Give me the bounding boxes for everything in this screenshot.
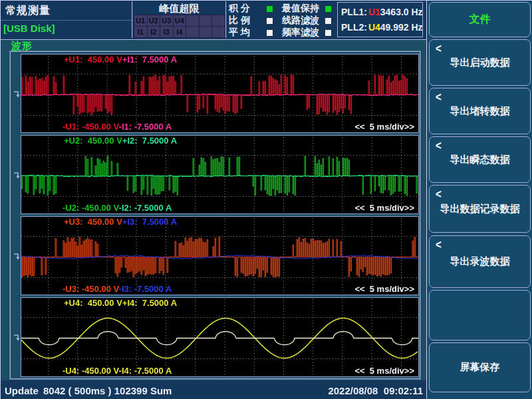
button-label: 导出录波数据 <box>450 255 510 268</box>
peak-cell: I2 <box>148 27 160 37</box>
export-transient-data-button[interactable]: <导出瞬态数据 <box>429 136 531 183</box>
button-label: 屏幕保存 <box>460 361 500 374</box>
peak-cell <box>200 15 212 26</box>
peak-cell: U4 <box>174 15 186 26</box>
pll2-row: PLL2: U4 49.992 Hz <box>338 22 422 33</box>
channel-3-zero-marker-icon <box>13 252 21 260</box>
button-label: 导出启动数据 <box>450 57 510 69</box>
channel-3-panel: +U3: 450.00 V+I3: 7.5000 A -U3: -450.00 … <box>21 216 419 295</box>
channel-4-panel: +U4: 450.00 V+I4: 7.5000 A -U4: -450.00 … <box>21 297 419 377</box>
checkbox-indicator <box>266 17 273 25</box>
pll2-label: PLL2: <box>341 22 367 33</box>
channel-4-lower-scale: -U4: -450.00 V-I4: -7.5000 A <box>63 366 172 376</box>
softkey-arrow-icon: < <box>436 138 442 152</box>
pll1-row: PLL1: U1 3463.0 Hz <box>338 7 422 17</box>
export-startup-data-button[interactable]: <导出启动数据 <box>429 39 531 86</box>
u4-scale-neg: -U4: -450.00 V <box>63 366 119 376</box>
export-waveform-record-button[interactable]: <导出录波数据 <box>429 235 531 288</box>
button-label: 导出堵转数据 <box>450 105 510 118</box>
checkbox-indicator <box>325 5 332 13</box>
softkey-arrow-icon: < <box>436 90 442 103</box>
u3-scale-neg: -U3: -450.00 V <box>63 284 119 294</box>
toggle-label: 频率滤波 <box>282 27 319 39</box>
divider <box>225 1 226 38</box>
export-locked-rotor-data-button[interactable]: <导出堵转数据 <box>429 88 531 134</box>
peak-cell: I1 <box>134 27 147 37</box>
pll1-value: 3463.0 Hz <box>380 7 423 17</box>
button-label: 导出数据记录数据 <box>440 203 520 215</box>
channel-2-panel: +U2: 450.00 V+I2: 7.5000 A -U2: -450.00 … <box>21 135 419 214</box>
u2-scale: +U2: 450.00 V <box>64 136 122 146</box>
u1-scale: +U1: 450.00 V <box>64 55 122 65</box>
i3-scale: +I3: 7.5000 A <box>122 217 177 227</box>
peak-cell <box>200 27 212 37</box>
empty-softkey-button[interactable]: < <box>429 290 531 340</box>
peak-cell: I3 <box>160 27 173 37</box>
channel-2-upper-scale: +U2: 450.00 V+I2: 7.5000 A <box>64 136 177 146</box>
checkbox-indicator <box>266 29 273 37</box>
checkbox-indicator <box>266 5 273 13</box>
peak-cell: I4 <box>174 27 186 37</box>
peak-cell <box>186 27 199 37</box>
channel-3-waveform-canvas <box>21 217 418 295</box>
channel-3-upper-scale: +U3: 450.00 V+I3: 7.5000 A <box>64 217 177 227</box>
checkbox-indicator <box>325 17 332 25</box>
channel-4-upper-scale: +U4: 450.00 V+I4: 7.5000 A <box>64 299 177 308</box>
filter-toggle-group: 最值保持 线路滤波 频率滤波 <box>282 3 332 39</box>
channel-3-lower-scale: -U3: -450.00 V-I3: -7.5000 A <box>63 285 172 294</box>
i4-scale-neg: -I4: -7.5000 A <box>119 366 172 376</box>
channel-1-panel: +U1: 450.00 V+I1: 7.5000 A -U1: -450.00 … <box>21 54 419 133</box>
i1-scale: +I1: 7.5000 A <box>122 55 177 65</box>
usb-storage-status: [USB Disk] <box>3 23 55 34</box>
u3-scale: +U3: 450.00 V <box>64 217 122 227</box>
i4-scale: +I4: 7.5000 A <box>122 298 177 308</box>
peak-cell: U1 <box>134 15 147 26</box>
softkey-arrow-icon: < <box>436 41 442 55</box>
channel-2-timebase: << 5 ms/div>> <box>354 203 414 213</box>
pll2-source: U4 <box>368 22 380 33</box>
export-data-record-button[interactable]: <导出数据记录数据 <box>429 185 531 233</box>
peak-cell <box>186 15 199 26</box>
channel-2-lower-scale: -U2: -450.00 V-I2: -7.5000 A <box>63 203 172 213</box>
button-label: 导出瞬态数据 <box>450 154 510 166</box>
channel-1-waveform-canvas <box>21 55 418 132</box>
top-status-bar: 常规测量 [USB Disk] 峰值超限 U1 U2 U3 U4 I1 I2 I… <box>1 1 426 40</box>
softkey-arrow-icon: < <box>436 187 442 200</box>
u1-scale-neg: -U1: -450.00 V <box>63 122 119 132</box>
softkey-menu: 文件 <导出启动数据 <导出堵转数据 <导出瞬态数据 <导出数据记录数据 <导出… <box>426 1 532 399</box>
datetime: 2022/08/08 09:02:11 <box>328 385 423 396</box>
channel-4-zero-marker-icon <box>13 333 21 341</box>
toggle-label: 比 例 <box>229 15 261 27</box>
peak-cell <box>212 27 225 37</box>
power-analyzer-screen: 常规测量 [USB Disk] 峰值超限 U1 U2 U3 U4 I1 I2 I… <box>0 0 532 399</box>
update-label: Update <box>5 385 39 396</box>
pll-frequency-panel: PLL1: U1 3463.0 Hz PLL2: U4 49.992 Hz <box>337 2 423 37</box>
pll1-label: PLL1: <box>341 7 367 17</box>
channel-4-waveform-canvas <box>21 298 418 376</box>
pll2-value: 49.992 Hz <box>380 22 423 33</box>
menu-title-file[interactable]: 文件 <box>429 2 531 37</box>
toggle-label: 最值保持 <box>282 3 319 15</box>
peak-cell: U2 <box>148 15 160 26</box>
softkey-arrow-icon: < <box>436 237 442 251</box>
toggle-label: 平 均 <box>229 27 261 39</box>
measurement-mode-title: 常规测量 <box>5 4 51 18</box>
channel-2-zero-marker-icon <box>13 171 21 179</box>
bottom-status-bar: Update 8042 ( 500ms ) 102399 Sum 2022/08… <box>1 380 426 399</box>
integration-toggle-group: 积 分 比 例 平 均 <box>229 3 273 39</box>
channel-3-timebase: << 5 ms/div>> <box>354 284 414 294</box>
update-count: 8042 ( 500ms ) 102399 Sum <box>43 385 172 396</box>
checkbox-indicator <box>325 29 332 37</box>
divider <box>132 1 132 38</box>
toggle-label: 积 分 <box>229 3 261 15</box>
channel-1-timebase: << 5 ms/div>> <box>354 122 414 132</box>
i2-scale-neg: -I2: -7.5000 A <box>119 203 172 213</box>
channel-2-waveform-canvas <box>21 136 418 213</box>
screen-save-button[interactable]: <屏幕保存 <box>429 342 531 392</box>
peak-cell <box>212 15 225 26</box>
toggle-label: 线路滤波 <box>282 15 319 27</box>
peak-over-limit-title: 峰值超限 <box>134 3 225 15</box>
peak-over-limit-grid: U1 U2 U3 U4 I1 I2 I3 I4 <box>134 15 225 38</box>
channel-4-timebase: << 5 ms/div>> <box>354 366 414 376</box>
divider <box>1 20 132 21</box>
